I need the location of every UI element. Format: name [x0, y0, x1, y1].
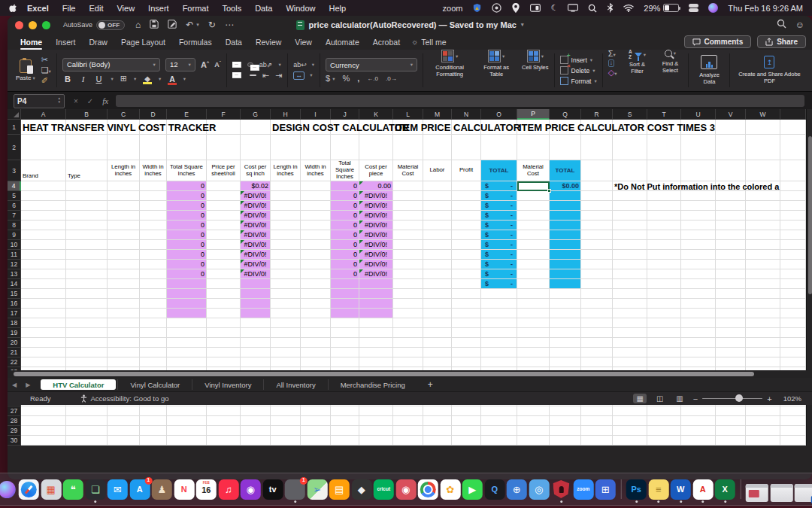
cell-J21[interactable] [331, 348, 359, 357]
cell-stub21[interactable] [780, 348, 806, 357]
cell-N5[interactable] [452, 191, 481, 201]
cell-Q8[interactable] [550, 221, 581, 230]
orientation-button[interactable]: ab⇗ [259, 62, 273, 68]
menu-insert[interactable]: Insert [141, 4, 176, 13]
cell-N28[interactable] [452, 416, 481, 426]
cell-H12[interactable] [271, 260, 301, 269]
cell-W1[interactable] [746, 120, 780, 135]
cell-C10[interactable] [108, 240, 140, 250]
cell-N3[interactable]: Profit [452, 160, 481, 181]
undo-chevron-icon[interactable]: ▾ [196, 22, 199, 28]
cell-G27[interactable] [241, 406, 271, 416]
number-format-select[interactable]: Currency▾ [326, 58, 417, 71]
cell-A29[interactable] [21, 426, 66, 436]
select-all-corner[interactable] [8, 109, 21, 120]
cell-T29[interactable] [647, 426, 681, 436]
cell-U21[interactable] [681, 348, 716, 357]
format-as-table-button[interactable]: ▾ Format as Table [480, 50, 513, 91]
cell-L7[interactable] [393, 211, 423, 221]
tab-draw[interactable]: Draw [82, 35, 114, 49]
cell-I9[interactable] [301, 230, 331, 240]
cell-L5[interactable] [393, 191, 423, 201]
cell-H11[interactable] [271, 250, 301, 260]
dock-photoshop-icon[interactable]: Ps [626, 479, 647, 500]
cell-M8[interactable] [423, 221, 452, 230]
align-middle-button[interactable] [232, 62, 241, 68]
cell-G5[interactable]: #DIV/0! [241, 191, 271, 201]
cell-W28[interactable] [746, 416, 780, 426]
cell-O14[interactable]: $- [481, 279, 517, 289]
cell-U8[interactable] [681, 221, 716, 230]
cell-K6[interactable]: #DIV/0! [359, 201, 393, 211]
dock-photos-icon[interactable]: ✿ [440, 479, 460, 500]
cell-P30[interactable] [517, 436, 550, 446]
cell-V19[interactable] [716, 328, 746, 338]
col-header-stub[interactable] [780, 109, 806, 120]
cell-R14[interactable] [581, 279, 613, 289]
cell-B28[interactable] [66, 416, 108, 426]
cell-L6[interactable] [393, 201, 423, 211]
cell-T7[interactable] [647, 211, 681, 221]
cell-W30[interactable] [746, 436, 780, 446]
cell-G10[interactable]: #DIV/0! [241, 240, 271, 250]
cell-F2[interactable] [207, 135, 241, 160]
cell-B5[interactable] [66, 191, 108, 201]
cell-G16[interactable] [241, 299, 271, 309]
cell-D20[interactable] [140, 338, 167, 348]
cell-T12[interactable] [647, 260, 681, 269]
cell-O16[interactable] [481, 299, 517, 309]
menu-format[interactable]: Format [176, 4, 216, 13]
cell-G21[interactable] [241, 348, 271, 357]
cell-H28[interactable] [271, 416, 301, 426]
cell-T15[interactable] [647, 289, 681, 299]
bluetooth-icon[interactable] [607, 3, 614, 14]
cell-F12[interactable] [207, 260, 241, 269]
cell-M7[interactable] [423, 211, 452, 221]
cell-O22[interactable] [481, 357, 517, 367]
dock-messages-icon[interactable]: ❝ [63, 479, 83, 500]
dock-network-app-icon[interactable]: ◎ [529, 479, 549, 500]
cell-Q16[interactable] [550, 299, 581, 309]
zoom-in-button[interactable]: + [767, 394, 771, 403]
cell-K11[interactable]: #DIV/0! [359, 250, 393, 260]
cell-S7[interactable] [613, 211, 647, 221]
cell-W3[interactable] [746, 160, 780, 181]
row-header-3[interactable]: 3 [8, 160, 21, 181]
cell-I22[interactable] [301, 357, 331, 367]
cell-L13[interactable] [393, 269, 423, 279]
cell-A20[interactable] [21, 338, 66, 348]
cell-M3[interactable]: Labor [423, 160, 452, 181]
cell-M21[interactable] [423, 348, 452, 357]
font-color-button[interactable]: A [168, 75, 177, 84]
row-header-27[interactable]: 27 [8, 406, 21, 416]
cell-L19[interactable] [393, 328, 423, 338]
cell-B27[interactable] [66, 406, 108, 416]
col-header-K[interactable]: K [359, 109, 393, 120]
cell-D5[interactable] [140, 191, 167, 201]
cell-M16[interactable] [423, 299, 452, 309]
cell-R4[interactable] [581, 181, 613, 191]
dock-minimized-window-1-icon[interactable] [746, 484, 768, 502]
cell-W12[interactable] [746, 260, 780, 269]
increase-font-button[interactable]: A^ [201, 60, 209, 69]
cell-F6[interactable] [207, 201, 241, 211]
tab-automate[interactable]: Automate [319, 35, 366, 49]
font-size-select[interactable]: 12▾ [165, 58, 195, 71]
cell-stub13[interactable] [780, 269, 806, 279]
cell-D8[interactable] [140, 221, 167, 230]
cell-E15[interactable] [167, 289, 207, 299]
cell-R27[interactable] [581, 406, 613, 416]
autosave-toggle[interactable]: AutoSave OFF [63, 20, 125, 30]
cell-R17[interactable] [581, 309, 613, 318]
cell-M29[interactable] [423, 426, 452, 436]
font-name-select[interactable]: Calibri (Body)▾ [62, 58, 160, 71]
cell-A4[interactable] [21, 181, 66, 191]
cell-P27[interactable] [517, 406, 550, 416]
cell-D17[interactable] [140, 309, 167, 318]
cell-O27[interactable] [481, 406, 517, 416]
cell-B14[interactable] [66, 279, 108, 289]
cell-B13[interactable] [66, 269, 108, 279]
cell-C8[interactable] [108, 221, 140, 230]
cell-R20[interactable] [581, 338, 613, 348]
cell-I27[interactable] [301, 406, 331, 416]
